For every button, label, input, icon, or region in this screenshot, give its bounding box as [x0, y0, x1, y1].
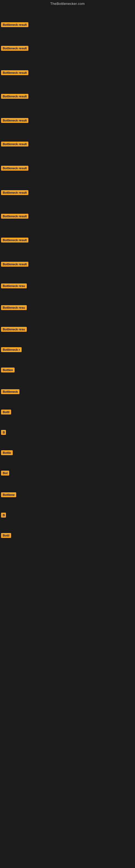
bottleneck-badge-row: Bottleneck resu: [1, 305, 27, 311]
bottleneck-badge: Bottleneck result: [1, 70, 28, 75]
bottleneck-badge: Bottleneck result: [1, 142, 28, 147]
bottleneck-badge: Bottleneck result: [1, 94, 28, 99]
bottleneck-badge-row: Bottlen: [1, 368, 14, 373]
bottleneck-badge: Bottleneck resu: [1, 283, 27, 288]
bottleneck-badge-row: Bottleneck resu: [1, 283, 27, 289]
bottleneck-badge: Bottl: [1, 410, 11, 414]
bottleneck-badge: Bot: [1, 471, 9, 475]
bottleneck-badge: Bottleneck result: [1, 214, 28, 219]
bottleneck-badge-row: Bottleneck result: [1, 190, 28, 196]
bottleneck-badge-row: Bottleneck: [1, 389, 19, 395]
bottleneck-badge: Bottleneck result: [1, 190, 28, 195]
site-title: TheBottlenecker.com: [0, 0, 135, 7]
bottleneck-badge: Bottleneck result: [1, 166, 28, 170]
bottleneck-badge-row: Bottleneck result: [1, 214, 28, 220]
bottleneck-badge: B: [1, 430, 6, 435]
bottleneck-badge-row: B: [1, 430, 6, 436]
bottleneck-badge: Bottleneck: [1, 389, 19, 394]
bottleneck-badge-row: B: [1, 513, 6, 519]
bottleneck-badge-row: Bottleneck result: [1, 118, 28, 124]
bottleneck-badge: Bottleneck result: [1, 262, 28, 267]
bottleneck-badge: Bottleneck result: [1, 238, 28, 243]
bottleneck-badge-row: Bottleneck result: [1, 94, 28, 100]
bottleneck-badge: Bottlen: [1, 368, 14, 372]
bottleneck-badge: Bottleneck result: [1, 22, 28, 27]
bottleneck-badge-row: Bottleneck resu: [1, 327, 27, 333]
bottleneck-badge: Bottleneck result: [1, 118, 28, 123]
bottleneck-badge-row: Bottleneck result: [1, 46, 28, 52]
bottleneck-badge-row: Bottl: [1, 410, 11, 415]
bottleneck-badge: Bottlene: [1, 492, 16, 497]
bottleneck-badge-row: Bot: [1, 471, 9, 476]
bottleneck-badge-row: Bottleneck result: [1, 22, 28, 28]
bottleneck-badge-row: Bottlene: [1, 492, 16, 498]
bottleneck-badge: Bottleneck resu: [1, 305, 27, 310]
bottleneck-badge-row: Bottleneck r: [1, 347, 21, 353]
bottleneck-badge: Bottleneck result: [1, 46, 28, 51]
bottleneck-badge: Bottl: [1, 533, 11, 538]
bottleneck-badge: B: [1, 513, 6, 518]
bottleneck-badge-row: Bottleneck result: [1, 166, 28, 172]
site-title-container: TheBottlenecker.com: [0, 0, 135, 7]
bottleneck-badge: Bottleneck resu: [1, 327, 27, 332]
bottleneck-badge-row: Bottleneck result: [1, 262, 28, 268]
bottleneck-badge: Bottle: [1, 450, 13, 455]
bottleneck-badge-row: Bottle: [1, 450, 13, 456]
bottleneck-badge: Bottleneck r: [1, 347, 21, 352]
bottleneck-badge-row: Bottleneck result: [1, 238, 28, 244]
bottleneck-badge-row: Bottleneck result: [1, 70, 28, 76]
bottleneck-badge-row: Bottleneck result: [1, 142, 28, 148]
badges-container: Bottleneck resultBottleneck resultBottle…: [0, 7, 135, 868]
bottleneck-badge-row: Bottl: [1, 533, 11, 539]
